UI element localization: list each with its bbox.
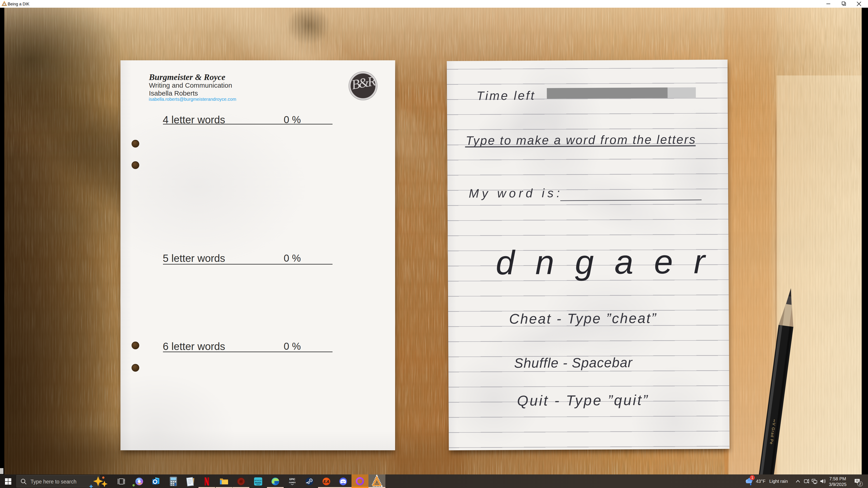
svg-text:EPIC: EPIC bbox=[289, 478, 295, 481]
svg-text:EA: EA bbox=[323, 479, 329, 484]
svg-text:1: 1 bbox=[751, 476, 753, 480]
svg-text:amazon: amazon bbox=[254, 479, 262, 482]
svg-text:GAMES: GAMES bbox=[289, 482, 296, 484]
svg-text:music: music bbox=[255, 482, 261, 484]
svg-text:2: 2 bbox=[859, 482, 861, 486]
